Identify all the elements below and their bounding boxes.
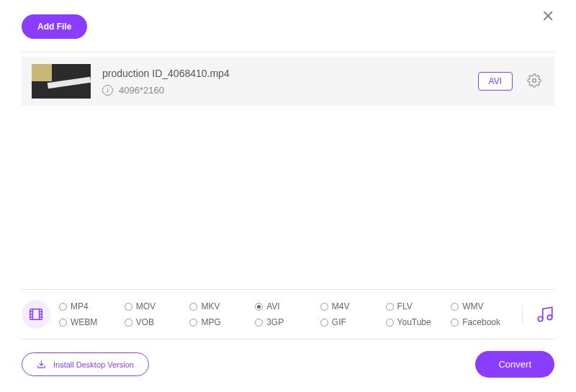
format-option-flv[interactable]: FLV bbox=[386, 301, 449, 311]
file-name: production ID_4068410.mp4 bbox=[102, 68, 467, 79]
footer: Install Desktop Version Convert bbox=[22, 339, 554, 378]
svg-point-0 bbox=[533, 78, 536, 82]
svg-point-10 bbox=[538, 316, 543, 322]
format-option-avi[interactable]: AVI bbox=[255, 301, 318, 311]
format-option-youtube[interactable]: YouTube bbox=[386, 317, 449, 327]
resolution-text: 4096*2160 bbox=[119, 85, 164, 96]
format-label: GIF bbox=[332, 317, 346, 327]
content-spacer bbox=[22, 106, 554, 289]
video-category-button[interactable] bbox=[22, 300, 50, 329]
format-option-gif[interactable]: GIF bbox=[320, 317, 383, 327]
format-label: VOB bbox=[136, 317, 154, 327]
format-option-webm[interactable]: WEBM bbox=[59, 317, 122, 327]
install-desktop-button[interactable]: Install Desktop Version bbox=[22, 352, 149, 376]
download-icon bbox=[37, 360, 46, 369]
convert-button[interactable]: Convert bbox=[475, 351, 554, 378]
format-label: WEBM bbox=[71, 317, 97, 327]
radio-icon bbox=[320, 303, 328, 311]
header: Add File ✕ bbox=[22, 14, 554, 39]
radio-icon bbox=[386, 303, 394, 311]
format-label: WMV bbox=[462, 301, 483, 311]
file-row: production ID_4068410.mp4 i 4096*2160 AV… bbox=[22, 57, 554, 106]
radio-icon bbox=[59, 319, 67, 327]
file-info: production ID_4068410.mp4 i 4096*2160 bbox=[102, 68, 467, 96]
format-option-vob[interactable]: VOB bbox=[125, 317, 187, 327]
gear-icon bbox=[527, 73, 541, 88]
radio-icon bbox=[386, 319, 394, 327]
radio-icon bbox=[451, 303, 459, 311]
format-label: AVI bbox=[266, 301, 279, 311]
format-label: 3GP bbox=[266, 317, 284, 327]
format-option-m4v[interactable]: M4V bbox=[320, 301, 383, 311]
format-label: Facebook bbox=[462, 317, 500, 327]
format-label: FLV bbox=[397, 301, 413, 311]
format-label: MPG bbox=[201, 317, 220, 327]
resolution-row: i 4096*2160 bbox=[102, 85, 467, 96]
radio-icon bbox=[189, 319, 197, 327]
radio-icon bbox=[125, 319, 132, 327]
format-label: M4V bbox=[332, 301, 350, 311]
radio-icon bbox=[189, 303, 197, 311]
format-option-wmv[interactable]: WMV bbox=[451, 301, 513, 311]
divider bbox=[22, 52, 554, 53]
formats-section: MP4MOVMKVAVIM4VFLVWMVWEBMVOBMPG3GPGIFYou… bbox=[22, 289, 554, 339]
audio-category-button[interactable] bbox=[522, 305, 554, 324]
format-option-mov[interactable]: MOV bbox=[125, 301, 187, 311]
format-label: MOV bbox=[136, 301, 156, 311]
install-label: Install Desktop Version bbox=[53, 360, 134, 369]
format-option-mp4[interactable]: MP4 bbox=[59, 301, 122, 311]
music-icon bbox=[536, 305, 554, 324]
radio-icon bbox=[451, 319, 459, 327]
format-option-mpg[interactable]: MPG bbox=[189, 317, 252, 327]
close-icon: ✕ bbox=[541, 7, 554, 25]
formats-grid: MP4MOVMKVAVIM4VFLVWMVWEBMVOBMPG3GPGIFYou… bbox=[59, 301, 513, 327]
svg-point-11 bbox=[547, 315, 552, 320]
target-format-badge[interactable]: AVI bbox=[478, 72, 513, 91]
radio-icon bbox=[255, 303, 263, 311]
radio-icon bbox=[59, 303, 67, 311]
format-option-facebook[interactable]: Facebook bbox=[451, 317, 513, 327]
format-label: MKV bbox=[201, 301, 220, 311]
format-option-3gp[interactable]: 3GP bbox=[255, 317, 318, 327]
format-label: YouTube bbox=[397, 317, 431, 327]
close-button[interactable]: ✕ bbox=[541, 9, 554, 24]
radio-icon bbox=[125, 303, 132, 311]
settings-button[interactable] bbox=[524, 70, 544, 93]
radio-icon bbox=[320, 319, 328, 327]
format-label: MP4 bbox=[71, 301, 89, 311]
add-file-button[interactable]: Add File bbox=[22, 14, 87, 39]
app-container: Add File ✕ production ID_4068410.mp4 i 4… bbox=[0, 0, 576, 392]
radio-icon bbox=[255, 319, 263, 327]
info-icon[interactable]: i bbox=[102, 85, 113, 96]
video-thumbnail[interactable] bbox=[32, 64, 91, 99]
format-option-mkv[interactable]: MKV bbox=[189, 301, 252, 311]
film-icon bbox=[28, 306, 44, 322]
